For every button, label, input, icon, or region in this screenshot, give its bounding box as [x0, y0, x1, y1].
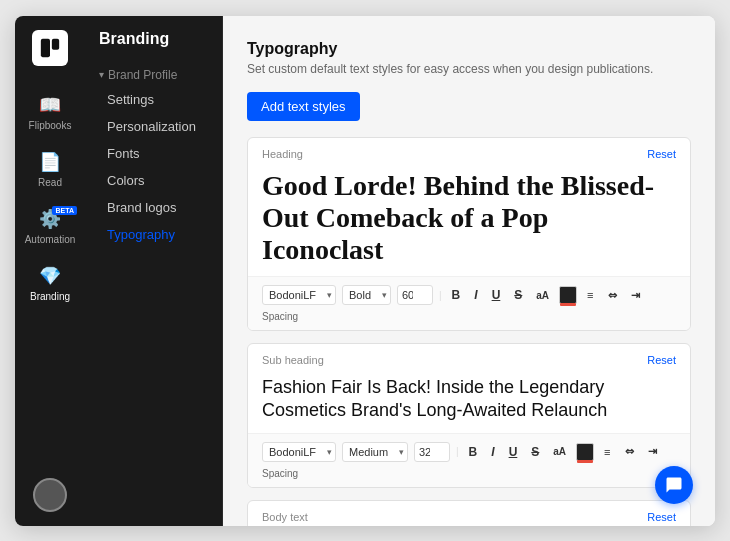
sidebar-title: Branding [85, 30, 222, 62]
heading-preview: Good Lorde! Behind the Blissed-Out Comeb… [248, 166, 690, 277]
flipbooks-icon: 📖 [39, 94, 61, 116]
sidebar-section-brand-profile[interactable]: ▾ Brand Profile [85, 62, 222, 86]
nav-item-read[interactable]: 📄 Read [15, 141, 85, 198]
heading-weight-select-wrap[interactable]: Bold [342, 285, 391, 305]
sidebar-item-brand-logos[interactable]: Brand logos [85, 194, 222, 221]
page-title: Typography [247, 40, 691, 58]
heading-reset[interactable]: Reset [647, 148, 676, 160]
heading-card: Heading Reset Good Lorde! Behind the Bli… [247, 137, 691, 332]
subheading-card: Sub heading Reset Fashion Fair Is Back! … [247, 343, 691, 488]
heading-font-select-wrap[interactable]: BodoniLF [262, 285, 336, 305]
add-text-styles-button[interactable]: Add text styles [247, 92, 360, 121]
subheading-case-btn[interactable]: aA [549, 444, 570, 459]
heading-align-btn[interactable]: ≡ [583, 287, 597, 303]
heading-weight-select[interactable]: Bold [342, 285, 391, 305]
nav-item-branding[interactable]: 💎 Branding [15, 255, 85, 312]
user-avatar[interactable] [33, 478, 67, 512]
subheading-underline-btn[interactable]: U [505, 443, 522, 461]
separator: | [456, 446, 459, 457]
app-logo [32, 30, 68, 66]
heading-label: Heading [262, 148, 303, 160]
subheading-indent-btn[interactable]: ⇥ [644, 443, 661, 460]
heading-case-btn[interactable]: aA [532, 288, 553, 303]
subheading-reset[interactable]: Reset [647, 354, 676, 366]
main-wrapper: Typography Set custom default text style… [223, 16, 715, 526]
subheading-toolbar: BodoniLF Medium | B I U S aA [248, 433, 690, 487]
heading-color-btn[interactable] [559, 286, 577, 304]
svg-rect-0 [41, 38, 50, 56]
heading-preview-text: Good Lorde! Behind the Blissed-Out Comeb… [262, 170, 676, 267]
sidebar-item-typography[interactable]: Typography [85, 221, 222, 248]
page-subtitle: Set custom default text styles for easy … [247, 62, 691, 76]
separator: | [439, 290, 442, 301]
sidebar-item-colors[interactable]: Colors [85, 167, 222, 194]
subheading-weight-select[interactable]: Medium [342, 442, 408, 462]
subheading-preview-text: Fashion Fair Is Back! Inside the Legenda… [262, 376, 676, 423]
main-content: Typography Set custom default text style… [223, 16, 715, 526]
subheading-font-select-wrap[interactable]: BodoniLF [262, 442, 336, 462]
body-card: Body text Reset "To be part of the beaut… [247, 500, 691, 526]
subheading-align-btn[interactable]: ≡ [600, 444, 614, 460]
nav-label-automation: Automation [25, 234, 76, 245]
sidebar-section-label: Brand Profile [108, 68, 177, 82]
chevron-down-icon: ▾ [99, 69, 104, 80]
icon-nav: 📖 Flipbooks 📄 Read BETA ⚙️ Automation 💎 … [15, 16, 85, 526]
branding-icon: 💎 [39, 265, 61, 287]
subheading-strike-btn[interactable]: S [527, 443, 543, 461]
subheading-spacing-btn[interactable]: Spacing [262, 468, 298, 479]
heading-strike-btn[interactable]: S [510, 286, 526, 304]
subheading-weight-select-wrap[interactable]: Medium [342, 442, 408, 462]
sidebar-item-settings[interactable]: Settings [85, 86, 222, 113]
sidebar-item-fonts[interactable]: Fonts [85, 140, 222, 167]
heading-size-input[interactable] [397, 285, 433, 305]
body-card-header: Body text Reset [248, 501, 690, 526]
subheading-justify-btn[interactable]: ⇔ [621, 443, 638, 460]
nav-label-flipbooks: Flipbooks [29, 120, 72, 131]
subheading-label: Sub heading [262, 354, 324, 366]
body-reset[interactable]: Reset [647, 511, 676, 523]
subheading-size-input[interactable] [414, 442, 450, 462]
nav-item-automation[interactable]: BETA ⚙️ Automation [15, 198, 85, 255]
heading-card-header: Heading Reset [248, 138, 690, 166]
subheading-preview: Fashion Fair Is Back! Inside the Legenda… [248, 372, 690, 433]
subheading-font-select[interactable]: BodoniLF [262, 442, 336, 462]
heading-justify-btn[interactable]: ⇔ [604, 287, 621, 304]
subheading-card-header: Sub heading Reset [248, 344, 690, 372]
beta-badge: BETA [52, 206, 77, 215]
svg-rect-1 [52, 38, 59, 49]
sidebar-item-personalization[interactable]: Personalization [85, 113, 222, 140]
subheading-italic-btn[interactable]: I [487, 443, 498, 461]
heading-toolbar: BodoniLF Bold | B I U S aA [248, 276, 690, 330]
body-label: Body text [262, 511, 308, 523]
read-icon: 📄 [39, 151, 61, 173]
chat-fab[interactable] [655, 466, 693, 504]
heading-indent-btn[interactable]: ⇥ [627, 287, 644, 304]
nav-item-flipbooks[interactable]: 📖 Flipbooks [15, 84, 85, 141]
heading-underline-btn[interactable]: U [488, 286, 505, 304]
nav-label-branding: Branding [30, 291, 70, 302]
nav-label-read: Read [38, 177, 62, 188]
heading-italic-btn[interactable]: I [470, 286, 481, 304]
heading-spacing-btn[interactable]: Spacing [262, 311, 298, 322]
subheading-bold-btn[interactable]: B [465, 443, 482, 461]
subheading-color-btn[interactable] [576, 443, 594, 461]
sidebar: Branding ▾ Brand Profile Settings Person… [85, 16, 223, 526]
heading-font-select[interactable]: BodoniLF [262, 285, 336, 305]
heading-bold-btn[interactable]: B [448, 286, 465, 304]
